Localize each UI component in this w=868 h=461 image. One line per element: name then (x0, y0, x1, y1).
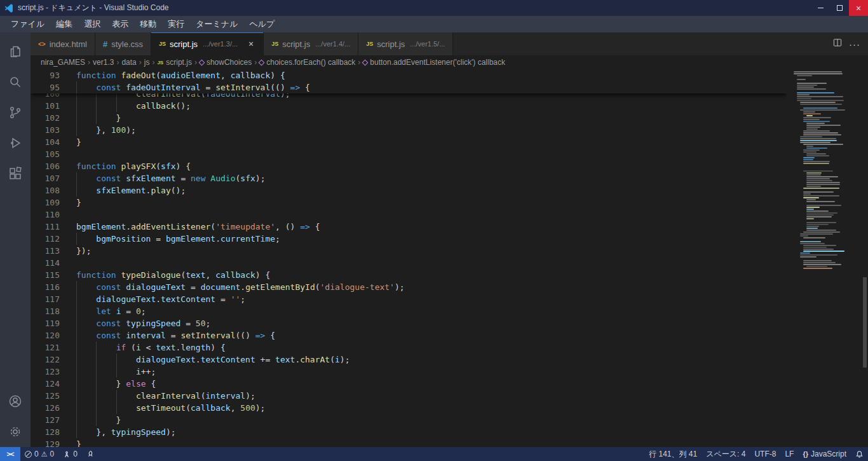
code-editor[interactable]: 100 clearInterval(fadeOutInterval);101 c… (31, 69, 868, 447)
code-line[interactable]: 105 (31, 148, 787, 160)
remote-indicator[interactable]: >< (0, 447, 20, 461)
line-number[interactable]: 105 (31, 148, 60, 160)
line-number[interactable]: 117 (31, 293, 60, 305)
code-line[interactable]: 114 (31, 257, 787, 269)
line-number[interactable]: 115 (31, 269, 60, 281)
line-number[interactable]: 124 (31, 378, 60, 390)
code-line[interactable]: 118 let i = 0; (31, 305, 787, 317)
code-line[interactable]: 121 if (i < text.length) { (31, 341, 787, 354)
breadcrumb-item[interactable]: nira_GAMES (41, 58, 85, 67)
line-number[interactable]: 110 (31, 209, 60, 221)
editor-tab[interactable]: #style.css (95, 32, 151, 55)
line-number[interactable]: 128 (31, 426, 60, 438)
code-line[interactable]: 116 const dialogueText = document.getEle… (31, 281, 787, 293)
eol-sequence[interactable]: LF (780, 447, 798, 461)
code-line[interactable]: 113}); (31, 245, 787, 257)
code-line[interactable]: 127 } (31, 414, 787, 426)
problems-status[interactable]: 0 ⚠ 0 (20, 447, 58, 461)
source-control-icon[interactable] (0, 97, 31, 128)
menu-item[interactable]: ファイル (5, 16, 50, 32)
extensions-icon[interactable] (0, 158, 31, 189)
code-line[interactable]: 106function playSFX(sfx) { (31, 160, 787, 172)
line-number[interactable]: 122 (31, 354, 60, 366)
line-number[interactable]: 108 (31, 184, 60, 196)
menu-item[interactable]: ヘルプ (243, 16, 280, 32)
code-line[interactable]: 103 }, 100); (31, 124, 787, 136)
account-icon[interactable] (0, 386, 31, 416)
indentation[interactable]: スペース: 4 (702, 447, 750, 461)
line-number[interactable]: 102 (31, 112, 60, 124)
scrollbar-thumb[interactable] (863, 277, 867, 368)
code-line[interactable]: 115function typeDialogue(text, callback)… (31, 269, 787, 281)
line-number[interactable]: 103 (31, 124, 60, 136)
code-line[interactable]: 102 } (31, 112, 787, 124)
code-line[interactable]: 108 sfxElement.play(); (31, 184, 787, 196)
tab-close-icon[interactable]: × (247, 39, 255, 48)
code-line[interactable]: 111bgmElement.addEventListener('timeupda… (31, 221, 787, 233)
menu-item[interactable]: 実行 (162, 16, 190, 32)
line-number[interactable]: 107 (31, 172, 60, 184)
code-line[interactable]: 122 dialogueText.textContent += text.cha… (31, 354, 787, 366)
split-editor-icon[interactable] (832, 38, 843, 50)
menu-item[interactable]: 編集 (50, 16, 78, 32)
code-line[interactable]: 95 const fadeOutInterval = setInterval((… (31, 81, 787, 93)
menu-item[interactable]: ターミナル (190, 16, 243, 32)
language-mode[interactable]: {} JavaScript (798, 447, 851, 461)
minimap[interactable] (787, 69, 862, 447)
line-number[interactable]: 101 (31, 100, 60, 112)
breadcrumb-item[interactable]: ver1.3 (93, 58, 114, 67)
line-number[interactable]: 125 (31, 390, 60, 402)
code-line[interactable]: 123 i++; (31, 366, 787, 378)
editor-scrollbar[interactable] (862, 69, 868, 447)
line-number[interactable]: 93 (31, 69, 60, 81)
code-line[interactable]: 104} (31, 136, 787, 148)
line-number[interactable]: 126 (31, 402, 60, 414)
breadcrumb-item[interactable]: choices.forEach() callback (259, 58, 355, 67)
maximize-button[interactable] (830, 0, 849, 16)
menu-item[interactable]: 表示 (106, 16, 134, 32)
editor-tab[interactable]: <>index.html (31, 32, 95, 55)
close-button[interactable]: × (849, 0, 868, 16)
editor-tab[interactable]: JSscript.js.../ver1.4/... (264, 32, 358, 55)
run-debug-icon[interactable] (0, 128, 31, 158)
code-line[interactable]: 107 const sfxElement = new Audio(sfx); (31, 172, 787, 184)
code-line[interactable]: 101 callback(); (31, 100, 787, 112)
code-viewport[interactable]: 100 clearInterval(fadeOutInterval);101 c… (31, 69, 787, 447)
line-number[interactable]: 95 (31, 81, 60, 93)
line-number[interactable]: 127 (31, 414, 60, 426)
line-number[interactable]: 113 (31, 245, 60, 257)
notifications[interactable] (851, 447, 868, 461)
breadcrumb-item[interactable]: JSscript.js (157, 58, 191, 67)
breadcrumb-item[interactable]: data (121, 58, 136, 67)
breadcrumb-item[interactable]: showChoices (200, 58, 252, 67)
code-line[interactable]: 93function fadeOut(audioElement, callbac… (31, 69, 787, 81)
code-line[interactable]: 109} (31, 196, 787, 209)
breadcrumb-item[interactable]: button.addEventListener('click') callbac… (363, 58, 505, 67)
code-lines[interactable]: 100 clearInterval(fadeOutInterval);101 c… (31, 88, 787, 447)
cursor-position[interactable]: 行 141、列 41 (644, 447, 702, 461)
code-line[interactable]: 125 clearInterval(interval); (31, 390, 787, 402)
line-number[interactable]: 121 (31, 341, 60, 354)
ports-status[interactable]: 0 (58, 447, 82, 461)
line-number[interactable]: 111 (31, 221, 60, 233)
code-line[interactable]: 110 (31, 209, 787, 221)
sticky-scroll[interactable]: 93function fadeOut(audioElement, callbac… (31, 69, 787, 93)
line-number[interactable]: 116 (31, 281, 60, 293)
more-actions-icon[interactable]: ··· (849, 39, 860, 50)
code-line[interactable]: 120 const interval = setInterval(() => { (31, 329, 787, 341)
line-number[interactable]: 109 (31, 196, 60, 209)
code-line[interactable]: 117 dialogueText.textContent = ''; (31, 293, 787, 305)
code-line[interactable]: 126 setTimeout(callback, 500); (31, 402, 787, 414)
code-line[interactable]: 124 } else { (31, 378, 787, 390)
line-number[interactable]: 129 (31, 438, 60, 447)
code-line[interactable]: 119 const typingSpeed = 50; (31, 317, 787, 329)
menu-item[interactable]: 移動 (134, 16, 162, 32)
code-line[interactable]: 112 bgmPosition = bgmElement.currentTime… (31, 233, 787, 245)
line-number[interactable]: 112 (31, 233, 60, 245)
explorer-icon[interactable] (0, 36, 31, 67)
line-number[interactable]: 104 (31, 136, 60, 148)
minimize-button[interactable] (811, 0, 830, 16)
menu-item[interactable]: 選択 (78, 16, 106, 32)
line-number[interactable]: 123 (31, 366, 60, 378)
line-number[interactable]: 114 (31, 257, 60, 269)
